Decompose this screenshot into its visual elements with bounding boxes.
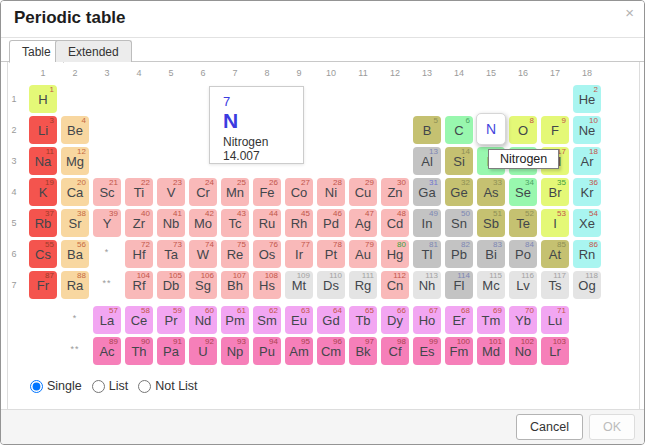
element-cell-li[interactable]: Li3 [29,116,57,144]
element-cell-sm[interactable]: Sm62 [253,306,281,334]
element-cell-gd[interactable]: Gd64 [317,306,345,334]
element-cell-md[interactable]: Md101 [477,337,505,365]
element-cell-lv[interactable]: Lv116 [509,271,537,299]
element-cell-cd[interactable]: Cd48 [381,209,409,237]
element-cell-rf[interactable]: Rf104 [125,271,153,299]
element-cell-i[interactable]: I53 [541,209,569,237]
element-cell-v[interactable]: V23 [157,178,185,206]
element-cell-tc[interactable]: Tc43 [221,209,249,237]
element-cell-b[interactable]: B5 [413,116,441,144]
element-cell-mc[interactable]: Mc115 [477,271,505,299]
element-cell-sr[interactable]: Sr38 [61,209,89,237]
element-cell-u[interactable]: U92 [189,337,217,365]
element-cell-fm[interactable]: Fm100 [445,337,473,365]
ok-button[interactable]: OK [589,414,635,440]
element-cell-er[interactable]: Er68 [445,306,473,334]
element-cell-mn[interactable]: Mn25 [221,178,249,206]
element-cell-es[interactable]: Es99 [413,337,441,365]
element-cell-c[interactable]: C6 [445,116,473,144]
element-cell-db[interactable]: Db105 [157,271,185,299]
element-cell-os[interactable]: Os76 [253,240,281,268]
element-cell-np[interactable]: Np93 [221,337,249,365]
element-cell-ti[interactable]: Ti22 [125,178,153,206]
element-cell-pr[interactable]: Pr59 [157,306,185,334]
element-cell-ra[interactable]: Ra88 [61,271,89,299]
radio-not-list[interactable]: Not List [138,379,197,393]
element-cell-hs[interactable]: Hs108 [253,271,281,299]
element-cell-in[interactable]: In49 [413,209,441,237]
element-cell-nb[interactable]: Nb41 [157,209,185,237]
element-cell-pa[interactable]: Pa91 [157,337,185,365]
element-cell-fe[interactable]: Fe26 [253,178,281,206]
element-cell-bk[interactable]: Bk97 [349,337,377,365]
element-cell-dy[interactable]: Dy66 [381,306,409,334]
element-cell-tm[interactable]: Tm69 [477,306,505,334]
element-cell-ge[interactable]: Ge32 [445,178,473,206]
element-cell-pd[interactable]: Pd46 [317,209,345,237]
element-cell-te[interactable]: Te52 [509,209,537,237]
radio-single[interactable]: Single [30,379,82,393]
element-cell-ds[interactable]: Ds110 [317,271,345,299]
element-cell-hf[interactable]: Hf72 [125,240,153,268]
element-cell-rh[interactable]: Rh45 [285,209,313,237]
element-cell-rn[interactable]: Rn86 [573,240,601,268]
element-cell-la[interactable]: La57 [93,306,121,334]
element-cell-ca[interactable]: Ca20 [61,178,89,206]
element-cell-pu[interactable]: Pu94 [253,337,281,365]
element-cell-y[interactable]: Y39 [93,209,121,237]
element-cell-n[interactable]: N [476,113,506,145]
element-cell-sb[interactable]: Sb51 [477,209,505,237]
element-cell-po[interactable]: Po84 [509,240,537,268]
element-cell-ho[interactable]: Ho67 [413,306,441,334]
element-cell-th[interactable]: Th90 [125,337,153,365]
element-cell-cm[interactable]: Cm96 [317,337,345,365]
element-cell-fr[interactable]: Fr87 [29,271,57,299]
tab-extended[interactable]: Extended [55,40,132,62]
element-cell-lr[interactable]: Lr103 [541,337,569,365]
element-cell-sn[interactable]: Sn50 [445,209,473,237]
element-cell-zr[interactable]: Zr40 [125,209,153,237]
element-cell-at[interactable]: At85 [541,240,569,268]
element-cell-ni[interactable]: Ni28 [317,178,345,206]
element-cell-ru[interactable]: Ru44 [253,209,281,237]
element-cell-cn[interactable]: Cn112 [381,271,409,299]
element-cell-kr[interactable]: Kr36 [573,178,601,206]
element-cell-f[interactable]: F9 [541,116,569,144]
element-cell-ce[interactable]: Ce58 [125,306,153,334]
element-cell-am[interactable]: Am95 [285,337,313,365]
element-cell-ne[interactable]: Ne10 [573,116,601,144]
element-cell-pb[interactable]: Pb82 [445,240,473,268]
element-cell-cs[interactable]: Cs55 [29,240,57,268]
element-cell-ta[interactable]: Ta73 [157,240,185,268]
element-cell-k[interactable]: K19 [29,178,57,206]
element-cell-hg[interactable]: Hg80 [381,240,409,268]
element-cell-ga[interactable]: Ga31 [413,178,441,206]
element-cell-cu[interactable]: Cu29 [349,178,377,206]
element-cell-he[interactable]: He2 [573,85,601,113]
element-cell-se[interactable]: Se34 [509,178,537,206]
element-cell-br[interactable]: Br35 [541,178,569,206]
radio-input-single[interactable] [30,380,43,393]
element-cell-no[interactable]: No102 [509,337,537,365]
element-cell-nh[interactable]: Nh113 [413,271,441,299]
element-cell-nd[interactable]: Nd60 [189,306,217,334]
element-cell-sg[interactable]: Sg106 [189,271,217,299]
element-cell-ar[interactable]: Ar18 [573,147,601,175]
element-cell-be[interactable]: Be4 [61,116,89,144]
element-cell-ba[interactable]: Ba56 [61,240,89,268]
element-cell-xe[interactable]: Xe54 [573,209,601,237]
element-cell-as[interactable]: As33 [477,178,505,206]
radio-input-not-list[interactable] [138,380,151,393]
cancel-button[interactable]: Cancel [516,414,583,440]
element-cell-al[interactable]: Al13 [413,147,441,175]
element-cell-tb[interactable]: Tb65 [349,306,377,334]
element-cell-tl[interactable]: Tl81 [413,240,441,268]
radio-list[interactable]: List [92,379,128,393]
element-cell-ts[interactable]: Ts117 [541,271,569,299]
element-cell-zn[interactable]: Zn30 [381,178,409,206]
element-cell-ir[interactable]: Ir77 [285,240,313,268]
element-cell-bi[interactable]: Bi83 [477,240,505,268]
element-cell-mt[interactable]: Mt109 [285,271,313,299]
element-cell-lu[interactable]: Lu71 [541,306,569,334]
element-cell-au[interactable]: Au79 [349,240,377,268]
